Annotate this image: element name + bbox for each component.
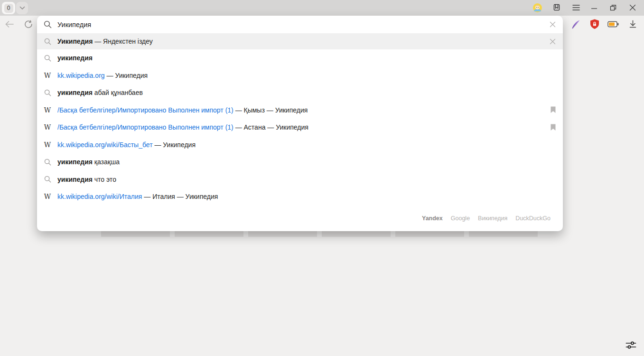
- suggestion-row[interactable]: уикипедия абай құнанбаев: [37, 84, 563, 102]
- download-icon: [629, 20, 637, 28]
- close-icon: [629, 4, 636, 11]
- close-window-button[interactable]: [627, 2, 638, 13]
- bookmark-icon: [550, 124, 556, 131]
- search-icon: [43, 55, 52, 62]
- wikipedia-w-icon: W: [43, 106, 52, 114]
- wikipedia-w-icon: W: [43, 141, 52, 149]
- back-arrow-icon: [5, 20, 14, 28]
- suggestion-text: уикипедия: [57, 54, 556, 62]
- titlebar: 0: [0, 0, 644, 16]
- restore-button[interactable]: [607, 2, 619, 13]
- hamburger-icon: [572, 4, 580, 11]
- remove-suggestion-button[interactable]: [549, 37, 556, 45]
- suggestion-text: /Басқа бетбелгілер/Импортировано Выполне…: [57, 106, 550, 114]
- profile-avatar[interactable]: [532, 2, 543, 13]
- engine-yandex[interactable]: Yandex: [422, 215, 443, 222]
- minimize-button[interactable]: [588, 2, 600, 13]
- minimize-icon: [591, 4, 597, 11]
- suggestion-row[interactable]: Уикипедия — Яндекстен іздеу: [37, 33, 563, 49]
- omnibox-dropdown: Уикипедия Уикипедия — Яндекстен іздеу уи…: [37, 16, 563, 231]
- search-icon: [43, 176, 52, 183]
- suggestion-row[interactable]: W kk.wikipedia.org/wiki/Басты_бет — Уики…: [37, 136, 563, 154]
- tune-sliders-icon: [625, 340, 636, 350]
- wikipedia-w-icon: W: [43, 72, 52, 79]
- suggestion-row[interactable]: W kk.wikipedia.org — Уикипедия: [37, 67, 563, 84]
- restore-icon: [610, 4, 617, 11]
- suggestion-text: уикипедия абай құнанбаев: [57, 89, 556, 96]
- suggestion-text: kk.wikipedia.org — Уикипедия: [57, 72, 556, 79]
- quill-icon: [571, 19, 581, 29]
- address-bar[interactable]: Уикипедия: [37, 16, 563, 33]
- engine-duckduckgo[interactable]: DuckDuckGo: [515, 215, 551, 222]
- reload-button[interactable]: [23, 19, 34, 30]
- notes-quill-button[interactable]: [570, 19, 581, 30]
- suggestion-row[interactable]: W kk.wikipedia.org/wiki/Италия — Италия …: [37, 188, 563, 206]
- suggestion-row[interactable]: уикипедия қазақша: [37, 153, 563, 171]
- protect-passwords-button[interactable]: [589, 19, 600, 30]
- suggestion-row[interactable]: уикипедия что это: [37, 171, 563, 188]
- reload-icon: [24, 20, 33, 28]
- suggestion-text: уикипедия что это: [57, 176, 556, 183]
- downloads-button[interactable]: [627, 19, 638, 30]
- suggestion-text: kk.wikipedia.org/wiki/Италия — Италия — …: [57, 193, 556, 200]
- search-engine-switcher: Yandex Google Википедия DuckDuckGo: [37, 206, 563, 231]
- page-settings-button[interactable]: [624, 338, 637, 352]
- menu-button[interactable]: [570, 2, 582, 13]
- tab-list-chevron-button[interactable]: [16, 2, 28, 14]
- suggestion-text: Уикипедия — Яндекстен іздеу: [57, 37, 549, 45]
- battery-saver-button[interactable]: [607, 19, 619, 30]
- suggestion-text: уикипедия қазақша: [57, 158, 556, 166]
- tab-zero[interactable]: 0: [2, 2, 15, 14]
- chevron-down-icon: [19, 6, 25, 10]
- shield-lock-icon: [590, 19, 599, 29]
- search-icon: [43, 38, 52, 45]
- suggestion-text: kk.wikipedia.org/wiki/Басты_бет — Уикипе…: [57, 141, 556, 149]
- engine-wikipedia[interactable]: Википедия: [478, 215, 507, 222]
- suggestion-row[interactable]: W /Басқа бетбелгілер/Импортировано Выпол…: [37, 102, 563, 119]
- bookmark-icon: [550, 106, 556, 113]
- avatar-girl-icon: [533, 3, 542, 12]
- address-bar-query[interactable]: Уикипедия: [57, 21, 549, 28]
- battery-icon: [607, 21, 619, 28]
- tab-zero-badge: 0: [4, 4, 13, 13]
- suggestion-text: /Басқа бетбелгілер/Импортировано Выполне…: [57, 123, 550, 131]
- back-button[interactable]: [4, 19, 15, 30]
- suggestion-row[interactable]: уикипедия: [37, 49, 563, 67]
- engine-google[interactable]: Google: [451, 215, 470, 222]
- search-icon: [43, 89, 52, 96]
- suggestion-row[interactable]: W /Басқа бетбелгілер/Импортировано Выпол…: [37, 119, 563, 136]
- tab-panels-icon[interactable]: [551, 2, 562, 13]
- wikipedia-w-icon: W: [43, 193, 52, 200]
- clear-input-button[interactable]: [549, 21, 556, 28]
- wikipedia-w-icon: W: [43, 123, 52, 131]
- search-icon: [43, 159, 52, 166]
- search-icon: [43, 20, 52, 28]
